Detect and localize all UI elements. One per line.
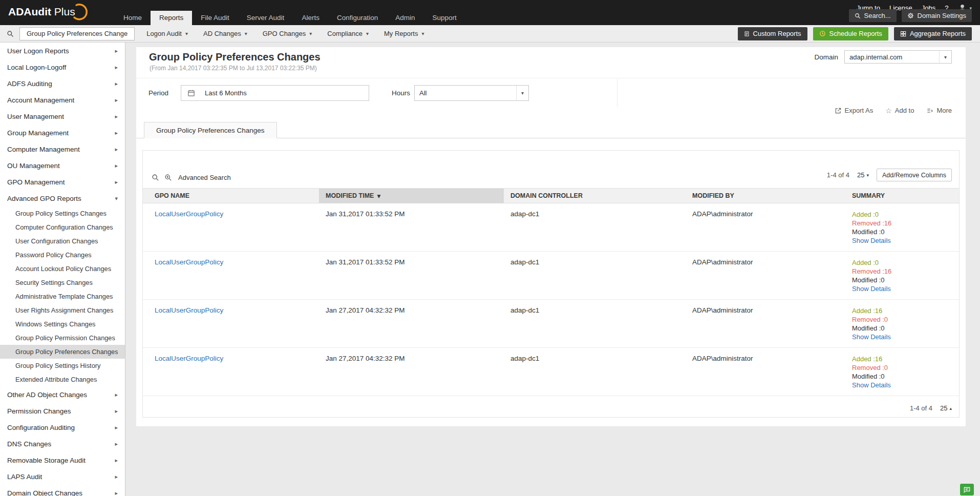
report-date-range: (From Jan 14,2017 03:22:35 PM to Jul 13,…	[150, 65, 317, 72]
divider	[136, 78, 966, 78]
period-label: Period	[148, 89, 168, 97]
summary-cell: Added :0Removed :16Modified :0Show Detai…	[845, 203, 959, 252]
aggregate-reports-button[interactable]: Aggregate Reports	[894, 27, 972, 40]
sidebar-item-group-policy-settings-changes[interactable]: Group Policy Settings Changes	[0, 206, 125, 220]
add-to-label: Add to	[895, 107, 914, 114]
tab-group-policy-preferences-changes[interactable]: Group Policy Preferences Changes	[144, 122, 277, 138]
nav-item-file-audit[interactable]: File Audit	[192, 11, 238, 25]
sidebar-item-group-policy-settings-history[interactable]: Group Policy Settings History	[0, 359, 125, 373]
sidebar-item-user-rights-assignment-changes[interactable]: User Rights Assignment Changes	[0, 303, 125, 317]
page-size-value: 25	[857, 171, 864, 179]
current-report-box[interactable]: Group Policy Preferences Change	[19, 27, 135, 40]
column-header-gpo-name[interactable]: GPO NAME	[143, 189, 319, 203]
chevron-right-icon: ▸	[115, 408, 118, 415]
sidebar-item-account-lockout-policy-changes[interactable]: Account Lockout Policy Changes	[0, 262, 125, 276]
more-button[interactable]: More	[926, 107, 952, 114]
menu-gpo-changes[interactable]: GPO Changes▾	[255, 25, 320, 43]
sidebar-item-label: Computer Configuration Changes	[15, 223, 118, 231]
sidebar-item-group-management[interactable]: Group Management▸	[0, 125, 125, 141]
advanced-search-icon[interactable]	[164, 174, 172, 181]
sidebar-item-removable-storage-audit[interactable]: Removable Storage Audit▸	[0, 452, 125, 468]
column-label: MODIFIED BY	[692, 192, 734, 199]
sidebar-item-label: Windows Settings Changes	[15, 320, 118, 328]
top-header: ADAudit Plus Jump toLicenseJobs ? ▾ Home…	[0, 0, 980, 25]
sidebar-item-group-policy-permission-changes[interactable]: Group Policy Permission Changes	[0, 331, 125, 345]
chat-button[interactable]	[960, 484, 974, 495]
sidebar-item-laps-audit[interactable]: LAPS Audit▸	[0, 468, 125, 485]
sidebar-item-local-logon-logoff[interactable]: Local Logon-Logoff▸	[0, 59, 125, 75]
star-icon: ☆	[885, 107, 892, 114]
gpo-name-link[interactable]: LocalUserGroupPolicy	[155, 210, 223, 218]
sidebar-item-extended-attribute-changes[interactable]: Extended Attribute Changes	[0, 373, 125, 386]
menu-ad-changes[interactable]: AD Changes▾	[196, 25, 255, 43]
schedule-reports-button[interactable]: Schedule Reports	[813, 27, 888, 40]
nav-item-configuration[interactable]: Configuration	[328, 11, 387, 25]
nav-item-server-audit[interactable]: Server Audit	[238, 11, 293, 25]
domain-settings-button[interactable]: Domain Settings	[902, 9, 972, 22]
advanced-search-label[interactable]: Advanced Search	[178, 174, 231, 181]
show-details-link[interactable]: Show Details	[852, 381, 959, 389]
menu-logon-audit[interactable]: Logon Audit▾	[139, 25, 196, 43]
search-button[interactable]: Search...	[849, 9, 897, 22]
sidebar-item-label: Extended Attribute Changes	[15, 376, 118, 383]
sidebar-item-computer-configuration-changes[interactable]: Computer Configuration Changes	[0, 220, 125, 234]
sidebar-item-adfs-auditing[interactable]: ADFS Auditing▸	[0, 75, 125, 92]
export-as-button[interactable]: Export As	[835, 107, 874, 114]
table-row: LocalUserGroupPolicyJan 27,2017 04:32:32…	[143, 348, 959, 396]
sidebar-item-administrative-template-changes[interactable]: Administrative Template Changes	[0, 290, 125, 303]
sidebar-item-user-configuration-changes[interactable]: User Configuration Changes	[0, 234, 125, 248]
sidebar-item-gpo-management[interactable]: GPO Management▸	[0, 174, 125, 190]
gpo-name-link[interactable]: LocalUserGroupPolicy	[155, 306, 223, 314]
sidebar: User Logon Reports▸Local Logon-Logoff▸AD…	[0, 43, 125, 496]
nav-item-home[interactable]: Home	[115, 11, 151, 25]
period-picker[interactable]: Last 6 Months	[181, 85, 369, 101]
sidebar-item-advanced-gpo-reports[interactable]: Advanced GPO Reports▾	[0, 190, 125, 206]
menu-my-reports[interactable]: My Reports▾	[376, 25, 432, 43]
sidebar-item-other-ad-object-changes[interactable]: Other AD Object Changes▸	[0, 386, 125, 403]
page-size-dropdown-bottom[interactable]: 25 ▴	[940, 404, 952, 412]
nav-item-reports[interactable]: Reports	[151, 11, 192, 25]
sidebar-item-domain-object-changes[interactable]: Domain Object Changes▸	[0, 485, 125, 496]
sidebar-item-user-logon-reports[interactable]: User Logon Reports▸	[0, 43, 125, 59]
add-remove-columns-button[interactable]: Add/Remove Columns	[877, 169, 952, 181]
show-details-link[interactable]: Show Details	[852, 284, 959, 293]
custom-reports-button[interactable]: Custom Reports	[738, 27, 807, 40]
gpo-name-link[interactable]: LocalUserGroupPolicy	[155, 355, 223, 362]
sidebar-item-label: Group Policy Permission Changes	[15, 334, 118, 342]
show-details-link[interactable]: Show Details	[852, 236, 959, 245]
column-header-modified-time[interactable]: MODIFIED TIME▼	[319, 189, 504, 203]
show-details-link[interactable]: Show Details	[852, 333, 959, 341]
search-icon[interactable]	[152, 174, 159, 181]
sidebar-item-password-policy-changes[interactable]: Password Policy Changes	[0, 248, 125, 262]
report-search-icon[interactable]	[7, 30, 14, 37]
sidebar-item-label: User Management	[7, 113, 115, 120]
sidebar-item-account-management[interactable]: Account Management▸	[0, 92, 125, 108]
sidebar-item-label: Other AD Object Changes	[7, 391, 115, 399]
page-size-dropdown[interactable]: 25 ▾	[857, 171, 869, 179]
nav-item-support[interactable]: Support	[423, 11, 465, 25]
nav-item-alerts[interactable]: Alerts	[293, 11, 328, 25]
sidebar-item-label: Removable Storage Audit	[7, 457, 115, 464]
nav-item-admin[interactable]: Admin	[387, 11, 423, 25]
sidebar-item-dns-changes[interactable]: DNS Changes▸	[0, 436, 125, 452]
sidebar-item-label: GPO Management	[7, 178, 115, 186]
sidebar-item-user-management[interactable]: User Management▸	[0, 108, 125, 125]
sidebar-item-label: Group Management	[7, 129, 115, 137]
sidebar-item-windows-settings-changes[interactable]: Windows Settings Changes	[0, 317, 125, 331]
sidebar-item-configuration-auditing[interactable]: Configuration Auditing▸	[0, 419, 125, 436]
sidebar-item-security-settings-changes[interactable]: Security Settings Changes	[0, 276, 125, 290]
sidebar-item-ou-management[interactable]: OU Management▸	[0, 157, 125, 174]
column-header-modified-by[interactable]: MODIFIED BY	[686, 189, 845, 203]
sidebar-item-permission-changes[interactable]: Permission Changes▸	[0, 403, 125, 419]
sort-desc-icon: ▼	[377, 194, 380, 199]
add-to-button[interactable]: ☆ Add to	[885, 107, 914, 114]
sidebar-item-computer-management[interactable]: Computer Management▸	[0, 141, 125, 157]
sidebar-item-group-policy-preferences-changes[interactable]: Group Policy Preferences Changes	[0, 345, 125, 359]
sidebar-item-label: LAPS Audit	[7, 473, 115, 481]
domain-select[interactable]: adap.internal.com ▾	[844, 50, 952, 64]
column-header-domain-controller[interactable]: DOMAIN CONTROLLER	[504, 189, 686, 203]
column-header-summary[interactable]: SUMMARY	[845, 189, 959, 203]
hours-select[interactable]: All ▾	[414, 85, 529, 101]
gpo-name-link[interactable]: LocalUserGroupPolicy	[155, 258, 223, 266]
menu-compliance[interactable]: Compliance▾	[319, 25, 376, 43]
